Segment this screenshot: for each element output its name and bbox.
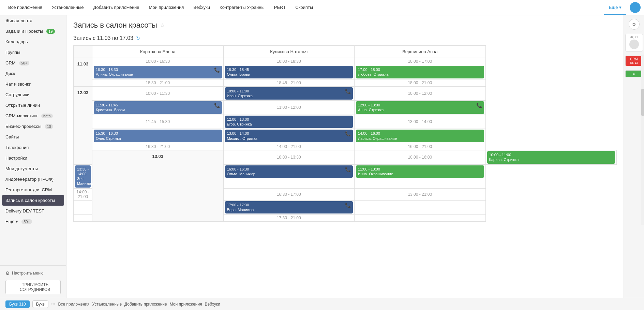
appt-1103-1[interactable]: 16:30 - 18:30 Алина. Окрашивание 📞 bbox=[92, 65, 224, 79]
sidebar-item-groups[interactable]: Группы bbox=[0, 47, 66, 58]
appointment-card[interactable]: 10:00 - 11:00 Иван. Стрижка 📞 bbox=[225, 87, 353, 100]
sidebar-item-chat[interactable]: Чат и звонки bbox=[0, 79, 66, 89]
slot-1103-2-time2[interactable]: 18:45 - 21:00 bbox=[223, 79, 355, 86]
settings-gear-button[interactable]: ⚙ bbox=[629, 19, 640, 30]
appt-1203-3a[interactable]: 12:00 - 13:00 Анна. Стрижка 📞 bbox=[355, 101, 486, 115]
nav-installed[interactable]: Установленные bbox=[47, 0, 89, 15]
slot-1303-2-time2[interactable]: 16:30 - 17:00 bbox=[223, 188, 355, 200]
slot-1203-2-time2[interactable]: 14:00 - 21:00 bbox=[223, 143, 355, 150]
appointment-card[interactable]: 17:00 - 18:00 Любовь. Стрижка bbox=[356, 66, 484, 78]
bottom-btn-2[interactable]: Букв bbox=[32, 300, 48, 308]
right-panel-card-crm[interactable]: CRM Вт, 12 bbox=[625, 56, 643, 66]
favorite-icon[interactable]: ☆ bbox=[160, 22, 165, 29]
bottom-nav-item-3[interactable]: Добавить приложение bbox=[124, 302, 167, 307]
sidebar-item-live-feed[interactable]: Живая лента bbox=[0, 15, 66, 26]
appt-1103-3[interactable]: 17:00 - 18:00 Любовь. Стрижка bbox=[355, 65, 486, 79]
appointment-card[interactable]: 10:00 - 11:00 Карина. Стрижка bbox=[487, 151, 615, 164]
nav-webhooks[interactable]: Вебхуки bbox=[189, 0, 215, 15]
bottom-nav-item-4[interactable]: Мои приложения bbox=[170, 302, 202, 307]
slot-1103-3-time2[interactable]: 18:00 - 21:00 bbox=[355, 79, 486, 86]
slot-1203-2-time1[interactable]: 11:00 - 12:00 bbox=[223, 101, 355, 115]
appt-1303-1a[interactable]: 13:30 - 14:00 Зоя. Маникюр bbox=[74, 164, 92, 188]
sidebar-item-disk[interactable]: Диск bbox=[0, 68, 66, 79]
bottom-nav-item-5[interactable]: Вебхуки bbox=[205, 302, 220, 307]
slot-1203-1-time2[interactable]: 11:45 - 15:30 bbox=[92, 115, 224, 129]
sidebar-item-my-docs[interactable]: Мои документы bbox=[0, 163, 66, 174]
slot-1103-2-time1[interactable]: 10:00 - 18:30 bbox=[223, 58, 355, 65]
user-avatar[interactable] bbox=[630, 2, 641, 13]
appt-1203-2a[interactable]: 10:00 - 11:00 Иван. Стрижка 📞 bbox=[223, 86, 355, 101]
slot-1303-3-empty2[interactable] bbox=[355, 215, 486, 222]
appt-1203-1b[interactable]: 15:30 - 16:30 Олег. Стрижка bbox=[92, 129, 224, 143]
appt-1303-3a[interactable]: 10:00 - 11:00 Карина. Стрижка bbox=[485, 150, 617, 164]
right-panel-card-1[interactable]: Чт, 21 bbox=[625, 34, 643, 51]
appointment-card[interactable]: 13:00 - 14:00 Михаил. Стрижка 📞 bbox=[225, 130, 353, 142]
sidebar-item-employees[interactable]: Сотрудники bbox=[0, 89, 66, 100]
slot-1303-1-time1[interactable]: 10:00 - 13:30 bbox=[223, 150, 355, 164]
slot-1203-3-time1[interactable]: 10:00 - 12:00 bbox=[355, 86, 486, 101]
slot-1103-1-time2[interactable]: 18:30 - 21:00 bbox=[92, 79, 224, 86]
slot-1303-1-time2[interactable]: 14:00 - 21:00 bbox=[74, 188, 92, 200]
bottom-btn-1[interactable]: Букв 310 bbox=[5, 300, 30, 308]
appointment-card[interactable]: 12:00 - 13:00 Егор. Стрижка bbox=[225, 116, 353, 128]
sidebar-item-settings[interactable]: Настройки bbox=[0, 153, 66, 163]
appt-1103-2[interactable]: 18:30 - 18:45 Ольга. Брови bbox=[223, 65, 355, 79]
nav-scripts[interactable]: Скрипты bbox=[290, 0, 318, 15]
sidebar-item-delivery[interactable]: Delivery DEV TEST bbox=[0, 206, 66, 216]
right-panel-card-green[interactable]: ● bbox=[625, 70, 643, 77]
bottom-nav-item-1[interactable]: Все приложения bbox=[58, 302, 89, 307]
appointment-card[interactable]: 11:30 - 11:45 Кристина. Брови 📞 bbox=[94, 101, 222, 114]
sidebar-item-telephony[interactable]: Телефония bbox=[0, 142, 66, 153]
bottom-nav-item-2[interactable]: Установленные bbox=[92, 302, 122, 307]
refresh-icon[interactable]: ↻ bbox=[136, 35, 140, 41]
appointment-card[interactable]: 17:00 - 17:30 Вера. Маникюр 📞 bbox=[225, 201, 353, 214]
configure-menu[interactable]: ⚙ Настроить меню bbox=[5, 269, 61, 277]
sidebar-item-biz-processes[interactable]: Бизнес-процессы 10 bbox=[0, 121, 66, 132]
appointment-card[interactable]: 11:00 - 13:00 Инна. Окрашивание bbox=[356, 165, 484, 178]
slot-1203-3-time2[interactable]: 13:00 - 14:00 bbox=[355, 115, 486, 129]
sidebar-item-crm-marketing[interactable]: CRM-маркетинг beta bbox=[0, 110, 66, 121]
slot-1303-1-empty2[interactable] bbox=[74, 215, 92, 222]
appt-1203-3b[interactable]: 14:00 - 16:00 Лариса. Окрашивание bbox=[355, 129, 486, 143]
appointment-card[interactable]: 12:00 - 13:00 Анна. Стрижка 📞 bbox=[356, 101, 484, 114]
appt-1203-2b[interactable]: 12:00 - 13:00 Егор. Стрижка bbox=[223, 115, 355, 129]
appointment-card[interactable]: 16:00 - 16:30 Ольга. Маникюр 📞 bbox=[225, 165, 353, 178]
sidebar-item-crm[interactable]: CRM 50+ bbox=[0, 58, 66, 68]
slot-1303-2-time1[interactable]: 10:00 - 16:00 bbox=[355, 150, 486, 164]
appointment-card[interactable]: 18:30 - 18:45 Ольга. Брови bbox=[225, 66, 353, 78]
nav-pert[interactable]: PERT bbox=[269, 0, 290, 15]
appointment-card[interactable]: 14:00 - 16:00 Лариса. Окрашивание bbox=[356, 130, 484, 142]
scrollbar-thumb[interactable] bbox=[641, 89, 644, 116]
slot-1203-1-time1[interactable]: 10:00 - 11:30 bbox=[92, 86, 224, 101]
sidebar-item-calendar[interactable]: Календарь bbox=[0, 36, 66, 47]
appointment-card[interactable]: 16:30 - 18:30 Алина. Окрашивание 📞 bbox=[94, 66, 222, 78]
sidebar-item-geotarget[interactable]: Геотаргетинг для CRM bbox=[0, 184, 66, 195]
slot-1303-3-time2[interactable]: 13:00 - 21:00 bbox=[355, 188, 486, 200]
nav-more[interactable]: Ещё ▾ bbox=[604, 0, 626, 15]
nav-my-apps[interactable]: Мои приложения bbox=[144, 0, 189, 15]
sidebar-item-beauty-salon[interactable]: Запись в салон красоты bbox=[2, 195, 64, 206]
invite-employees-button[interactable]: + ПРИГЛАСИТЬ СОТРУДНИКОВ bbox=[5, 280, 61, 294]
sidebar-item-more[interactable]: Ещё ▾ 50+ bbox=[0, 216, 66, 227]
sidebar-item-leadgen[interactable]: Лидогенератор (ПРОФ) bbox=[0, 174, 66, 184]
slot-1303-3-empty[interactable] bbox=[355, 200, 486, 215]
appt-1303-3b[interactable]: 11:00 - 13:00 Инна. Окрашивание bbox=[355, 164, 486, 188]
sidebar-item-open-lines[interactable]: Открытые линии bbox=[0, 100, 66, 110]
slot-1103-1-time1[interactable]: 10:00 - 16:30 bbox=[92, 58, 224, 65]
appointment-card[interactable]: 13:30 - 14:00 Зоя. Маникюр bbox=[75, 165, 91, 188]
slot-1303-2-time3[interactable]: 17:30 - 21:00 bbox=[223, 215, 355, 222]
slot-1103-3-time1[interactable]: 10:00 - 17:00 bbox=[355, 58, 486, 65]
appt-1303-2a[interactable]: 16:00 - 16:30 Ольга. Маникюр 📞 bbox=[223, 164, 355, 188]
appt-1203-1a[interactable]: 11:30 - 11:45 Кристина. Брови 📞 bbox=[92, 101, 224, 115]
appt-1303-2b[interactable]: 17:00 - 17:30 Вера. Маникюр 📞 bbox=[223, 200, 355, 215]
nav-all-apps[interactable]: Все приложения bbox=[3, 0, 47, 15]
appt-1203-2c[interactable]: 13:00 - 14:00 Михаил. Стрижка 📞 bbox=[223, 129, 355, 143]
slot-1303-1-empty[interactable] bbox=[74, 200, 92, 215]
slot-1203-1-time3[interactable]: 16:30 - 21:00 bbox=[92, 143, 224, 150]
sidebar-item-tasks[interactable]: Задачи и Проекты 19 bbox=[0, 26, 66, 36]
nav-add-app[interactable]: Добавить приложение bbox=[88, 0, 144, 15]
slot-1203-3-time3[interactable]: 16:00 - 21:00 bbox=[355, 143, 486, 150]
sidebar-item-sites[interactable]: Сайты bbox=[0, 132, 66, 142]
appointment-card[interactable]: 15:30 - 16:30 Олег. Стрижка bbox=[94, 130, 222, 142]
nav-contractors[interactable]: Контрагенты Украины bbox=[215, 0, 269, 15]
